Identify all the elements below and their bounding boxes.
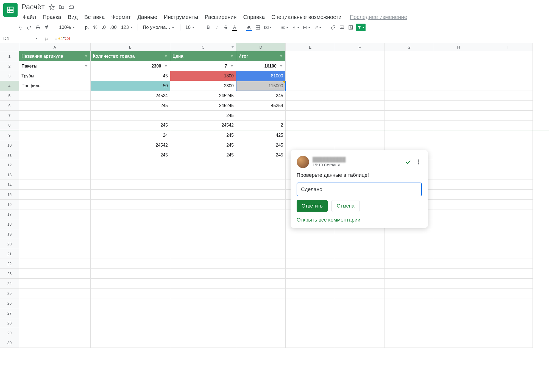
fill-color-button[interactable] (245, 24, 253, 31)
cell[interactable] (335, 61, 384, 71)
cell[interactable] (170, 298, 236, 308)
cell[interactable] (286, 239, 335, 249)
cell[interactable]: 245 (91, 150, 170, 160)
cell[interactable] (91, 308, 170, 318)
cell[interactable]: 7 (170, 61, 236, 71)
document-title[interactable]: Расчёт (21, 3, 45, 11)
cell[interactable] (19, 279, 91, 289)
cell[interactable] (384, 259, 434, 269)
cell[interactable] (19, 289, 91, 298)
cell[interactable] (434, 219, 483, 229)
cell[interactable] (335, 269, 384, 279)
cell[interactable] (335, 140, 384, 150)
menu-accessibility[interactable]: Специальные возможности (270, 13, 342, 21)
row-header[interactable]: 9 (0, 130, 19, 140)
cell[interactable] (434, 338, 483, 348)
formula-input[interactable]: =B4*C4 (52, 34, 549, 43)
menu-tools[interactable]: Инструменты (163, 13, 199, 21)
cell[interactable] (335, 71, 384, 81)
cell[interactable] (286, 229, 335, 239)
menu-view[interactable]: Вид (67, 13, 79, 21)
last-edit-link[interactable]: Последнее изменение (350, 14, 407, 20)
reply-button[interactable]: Ответить (297, 200, 328, 212)
row-header[interactable]: 24 (0, 279, 19, 289)
cell[interactable]: 24542 (91, 140, 170, 150)
cell[interactable]: 81000 (236, 71, 286, 81)
cell[interactable] (19, 209, 91, 219)
cell[interactable] (483, 229, 533, 239)
cell[interactable]: 16100 (236, 61, 286, 71)
text-wrap-button[interactable] (302, 24, 311, 31)
cell[interactable] (19, 101, 91, 111)
cell[interactable] (170, 239, 236, 249)
filter-icon[interactable] (164, 64, 168, 68)
open-all-comments-link[interactable]: Открыть все комментарии (297, 217, 422, 223)
zoom-dropdown[interactable]: 100% (57, 25, 76, 30)
cell[interactable] (434, 229, 483, 239)
cell[interactable] (483, 259, 533, 269)
cell[interactable] (384, 111, 434, 121)
row-header[interactable]: 26 (0, 298, 19, 308)
comment-menu-icon[interactable] (415, 159, 422, 165)
decrease-decimal-button[interactable]: .0 (100, 25, 107, 30)
cell[interactable] (286, 91, 335, 101)
italic-button[interactable]: I (213, 24, 221, 31)
cell[interactable] (384, 239, 434, 249)
cell[interactable] (434, 249, 483, 259)
cell[interactable]: 2300 (91, 61, 170, 71)
cell[interactable] (91, 249, 170, 259)
cell[interactable]: 245 (170, 111, 236, 121)
spreadsheet-grid[interactable]: A B C D E F G H I 1 Название артикула Ко… (0, 43, 549, 386)
cell[interactable] (236, 298, 286, 308)
column-header-D[interactable]: D (236, 43, 286, 51)
cell[interactable] (483, 219, 533, 229)
cell[interactable]: 45254 (236, 101, 286, 111)
header-cell[interactable]: Название артикула (19, 51, 91, 61)
cell[interactable] (91, 279, 170, 289)
menu-insert[interactable]: Вставка (83, 13, 106, 21)
filter-button[interactable] (356, 24, 366, 31)
cell[interactable] (170, 219, 236, 229)
cell[interactable] (19, 298, 91, 308)
cell[interactable] (483, 298, 533, 308)
row-header[interactable]: 2 (0, 61, 19, 71)
cell[interactable] (19, 308, 91, 318)
cell[interactable] (236, 160, 286, 170)
filter-icon[interactable] (230, 64, 234, 68)
cell[interactable] (19, 229, 91, 239)
row-header[interactable]: 20 (0, 239, 19, 249)
cell[interactable] (384, 61, 434, 71)
cell[interactable] (91, 200, 170, 209)
cell[interactable] (483, 101, 533, 111)
filter-icon[interactable] (279, 64, 283, 68)
cell[interactable] (434, 180, 483, 190)
row-header[interactable]: 5 (0, 91, 19, 101)
cell[interactable] (335, 279, 384, 289)
cell[interactable] (19, 190, 91, 200)
selection-handle[interactable] (285, 90, 286, 92)
cell[interactable] (335, 130, 384, 140)
cell[interactable] (483, 180, 533, 190)
row-header[interactable]: 14 (0, 180, 19, 190)
cell[interactable] (91, 111, 170, 121)
cell[interactable] (384, 140, 434, 150)
filter-icon[interactable] (230, 54, 234, 58)
cell[interactable] (236, 318, 286, 328)
cell[interactable] (384, 91, 434, 101)
cell[interactable] (19, 180, 91, 190)
cell[interactable] (236, 219, 286, 229)
cell[interactable] (19, 140, 91, 150)
column-header-I[interactable]: I (483, 43, 533, 51)
cell[interactable] (170, 190, 236, 200)
row-header[interactable]: 27 (0, 308, 19, 318)
insert-chart-button[interactable] (347, 24, 355, 31)
borders-button[interactable] (254, 24, 262, 31)
cell[interactable] (91, 170, 170, 180)
cell[interactable] (483, 160, 533, 170)
cell[interactable] (286, 51, 335, 61)
cell[interactable] (286, 101, 335, 111)
cell[interactable] (170, 180, 236, 190)
comment-reply-input[interactable] (297, 183, 422, 196)
cell[interactable] (384, 101, 434, 111)
undo-button[interactable] (16, 24, 24, 31)
